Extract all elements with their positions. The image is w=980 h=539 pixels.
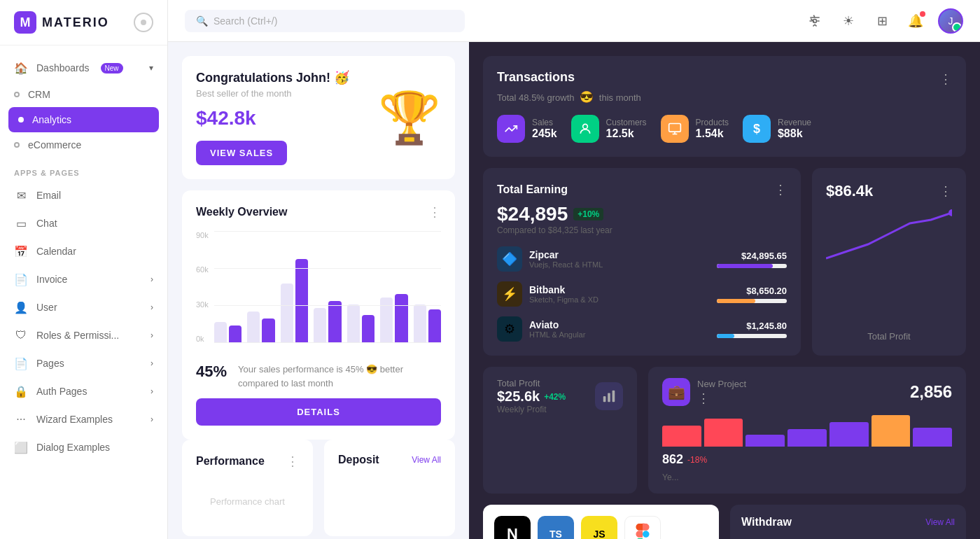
- zipcar-amount: $24,895.65: [717, 251, 787, 261]
- deposit-view-all[interactable]: View All: [412, 455, 441, 465]
- sidebar-item-dashboards[interactable]: 🏠 Dashboards New ▾: [0, 54, 167, 82]
- sidebar-item-analytics[interactable]: Analytics: [8, 107, 159, 132]
- mini-bar-6: [872, 415, 911, 447]
- bars-area: [214, 231, 441, 357]
- theme-icon[interactable]: ☀: [837, 10, 860, 32]
- customers-icon: [571, 115, 599, 143]
- customers-value: 12.5k: [606, 127, 647, 140]
- bitbank-amount-col: $8,650.20: [717, 286, 787, 303]
- aviato-amount: $1,245.80: [717, 321, 787, 331]
- lock-icon: 🔒: [14, 384, 28, 398]
- bar-secondary: [414, 304, 426, 343]
- chevron-icon: ▾: [149, 63, 153, 73]
- sales-label: Sales: [532, 118, 557, 127]
- sidebar-item-pages[interactable]: 📄 Pages ›: [0, 349, 167, 377]
- dialog-label: Dialog Examples: [36, 442, 110, 453]
- earning-title: Total Earning: [497, 183, 568, 196]
- zipcar-fill: [717, 264, 773, 268]
- svg-rect-2: [668, 124, 680, 132]
- sidebar-item-chat[interactable]: ▭ Chat: [0, 209, 167, 237]
- bell-icon[interactable]: 🔔: [904, 10, 927, 32]
- sidebar-item-calendar[interactable]: 📅 Calendar: [0, 237, 167, 265]
- sidebar-item-roles[interactable]: 🛡 Roles & Permissi... ›: [0, 321, 167, 349]
- sidebar-item-user[interactable]: 👤 User ›: [0, 293, 167, 321]
- trans-header: Transactions ⋮: [497, 70, 952, 88]
- chat-label: Chat: [36, 218, 57, 229]
- profit-mini-amount: $25.6k +42%: [497, 388, 566, 405]
- products-label: Products: [696, 118, 729, 127]
- svg-point-1: [582, 124, 587, 129]
- performance-title: Performance: [196, 455, 265, 468]
- details-button[interactable]: DETAILS: [196, 398, 441, 426]
- trans-more-icon[interactable]: ⋮: [939, 71, 952, 87]
- new-project-card: 💼 New Project ⋮ 2,856: [648, 367, 966, 493]
- bar-group-1: [214, 231, 241, 343]
- search-bar[interactable]: 🔍 Search (Ctrl+/): [185, 10, 465, 32]
- stat-sales: Sales 245k: [497, 115, 557, 143]
- sidebar-item-invoice[interactable]: 📄 Invoice ›: [0, 265, 167, 293]
- sidebar-item-auth[interactable]: 🔒 Auth Pages ›: [0, 377, 167, 405]
- bar-primary: [428, 309, 441, 343]
- home-icon: 🏠: [14, 61, 28, 75]
- dot-icon: [14, 92, 20, 97]
- bar-group-3: [281, 231, 308, 343]
- y-label-60k: 60k: [196, 265, 209, 274]
- withdraw-title: Withdraw: [741, 516, 792, 528]
- project-sub-count: 862: [662, 452, 683, 467]
- congrats-title: Congratulations John! 🥳: [196, 70, 349, 85]
- email-label: Email: [36, 190, 61, 201]
- invoice-label: Invoice: [36, 274, 67, 285]
- mini-bar-7: [913, 428, 952, 447]
- sidebar-item-crm[interactable]: CRM: [0, 82, 167, 107]
- right-panel: Transactions ⋮ Total 48.5% growth 😎 this…: [469, 42, 980, 539]
- weekly-title: Weekly Overview: [196, 206, 287, 218]
- project-sub-label: Ye...: [662, 472, 952, 482]
- chevron-icon: ›: [150, 330, 153, 340]
- chart-container: 90k 60k 30k 0k: [196, 231, 441, 357]
- weekly-profit-label: Weekly Profit: [497, 405, 566, 414]
- content-area: Congratulations John! 🥳 Best seller of t…: [168, 42, 980, 539]
- avatar[interactable]: J: [938, 8, 963, 34]
- bitbank-progress: [717, 299, 787, 303]
- bar-group-5: [347, 231, 374, 343]
- earning-amount-row: $24,895 +10%: [497, 203, 787, 225]
- revenue-info: Revenue $88k: [778, 118, 811, 140]
- translate-icon[interactable]: [804, 10, 826, 32]
- profit-project-row: Total Profit $25.6k +42% Weekly Profit: [483, 367, 966, 493]
- sidebar-item-dialog[interactable]: ⬜ Dialog Examples: [0, 433, 167, 461]
- sidebar-item-email[interactable]: ✉ Email: [0, 181, 167, 209]
- grid-icon[interactable]: ⊞: [871, 10, 893, 32]
- stat-revenue: $ Revenue $88k: [743, 115, 811, 143]
- bar-chart-icon: [595, 382, 623, 410]
- bar-primary: [262, 318, 274, 343]
- chart-desc: Your sales performance is 45% 😎 better c…: [238, 363, 441, 390]
- earning-list: 🔷 Zipcar Vuejs, React & HTML $24,895.65: [497, 246, 787, 342]
- total-profit-chart-card: $86.4k ⋮ Total Pro: [812, 168, 966, 356]
- profit-chart-header: $86.4k ⋮: [826, 182, 952, 200]
- withdraw-view-all[interactable]: View All: [925, 517, 955, 527]
- earning-more-icon[interactable]: ⋮: [774, 182, 787, 197]
- sidebar-item-wizard[interactable]: ··· Wizard Examples ›: [0, 405, 167, 433]
- sales-value: 245k: [532, 127, 557, 140]
- view-sales-button[interactable]: VIEW SALES: [196, 141, 287, 165]
- dot-icon: [18, 117, 24, 122]
- project-label: New Project: [697, 379, 746, 389]
- congrats-amount: $42.8k: [196, 107, 349, 130]
- sidebar-item-ecommerce[interactable]: eCommerce: [0, 132, 167, 158]
- profit-more-icon[interactable]: ⋮: [939, 183, 952, 199]
- mini-bar-5: [830, 422, 869, 447]
- crm-label: CRM: [28, 89, 50, 100]
- project-more-icon[interactable]: ⋮: [697, 391, 710, 406]
- perf-more-icon[interactable]: ⋮: [286, 454, 299, 469]
- target-icon[interactable]: [134, 13, 153, 32]
- y-label-30k: 30k: [196, 300, 209, 309]
- earning-header: Total Earning ⋮: [497, 182, 787, 197]
- chevron-icon: ›: [150, 386, 153, 396]
- congratulations-card: Congratulations John! 🥳 Best seller of t…: [182, 56, 455, 179]
- more-icon[interactable]: ⋮: [428, 204, 441, 220]
- trophy-icon: 🏆: [378, 88, 441, 148]
- calendar-icon: 📅: [14, 244, 28, 258]
- bar-primary: [229, 326, 241, 343]
- project-icon: 💼: [662, 378, 690, 406]
- mini-bar-2: [704, 419, 743, 447]
